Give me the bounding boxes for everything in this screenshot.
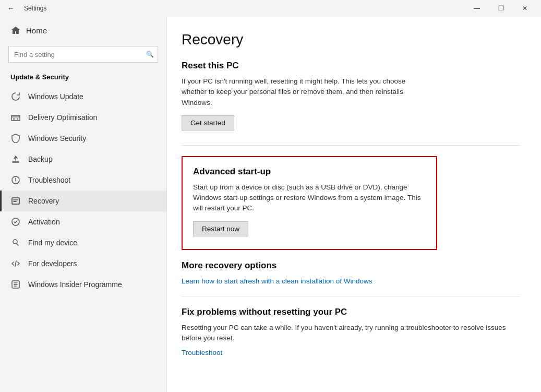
sidebar: Home 🔍 Update & Security Windows Update (0, 17, 167, 392)
sidebar-item-delivery-optimisation[interactable]: Delivery Optimisation (0, 107, 166, 128)
divider-1 (182, 145, 520, 146)
reset-pc-title: Reset this PC (182, 61, 520, 71)
sidebar-item-label: Windows Security (28, 134, 86, 142)
advanced-startup-section: Advanced start-up Start up from a device… (182, 156, 437, 250)
search-input[interactable] (8, 46, 158, 63)
sidebar-item-label: Troubleshoot (28, 176, 70, 184)
svg-rect-2 (17, 118, 18, 120)
restart-now-button[interactable]: Restart now (193, 221, 248, 236)
activation-icon (10, 217, 21, 227)
troubleshoot-link[interactable]: Troubleshoot (182, 349, 222, 357)
more-recovery-section: More recovery options Learn how to start… (182, 260, 520, 286)
sidebar-item-label: For developers (28, 259, 77, 268)
svg-point-5 (15, 182, 16, 183)
developers-icon (10, 258, 21, 269)
sidebar-item-troubleshoot[interactable]: Troubleshoot (0, 170, 166, 191)
backup-icon (10, 154, 21, 164)
sidebar-item-label: Delivery Optimisation (28, 113, 97, 122)
sidebar-item-windows-update[interactable]: Windows Update (0, 86, 166, 107)
home-label: Home (26, 26, 47, 35)
sidebar-item-label: Recovery (28, 197, 59, 205)
sidebar-section-title: Update & Security (0, 69, 166, 86)
delivery-icon (10, 112, 21, 123)
sidebar-item-find-my-device[interactable]: Find my device (0, 232, 166, 253)
find-icon (10, 237, 21, 248)
maximize-button[interactable]: ❐ (489, 0, 513, 17)
sidebar-item-windows-security[interactable]: Windows Security (0, 128, 166, 149)
update-icon (10, 91, 21, 102)
page-title: Recovery (182, 31, 520, 48)
sidebar-item-recovery[interactable]: Recovery (0, 191, 166, 211)
titlebar-controls: — ❐ ✕ (465, 0, 537, 17)
sidebar-item-label: Backup (28, 155, 53, 163)
get-started-button[interactable]: Get started (182, 115, 234, 130)
sidebar-item-activation[interactable]: Activation (0, 211, 166, 232)
content-area: Recovery Reset this PC If your PC isn't … (167, 17, 541, 392)
titlebar: ← Settings — ❐ ✕ (0, 0, 541, 17)
insider-icon (10, 279, 21, 290)
fix-problems-title: Fix problems without resetting your PC (182, 307, 520, 317)
sidebar-item-backup[interactable]: Backup (0, 149, 166, 170)
fix-problems-description: Resetting your PC can take a while. If y… (182, 323, 515, 344)
reset-pc-description: If your PC isn't running well, resetting… (182, 76, 432, 108)
titlebar-left: ← Settings (4, 2, 46, 15)
clean-install-link[interactable]: Learn how to start afresh with a clean i… (182, 277, 372, 285)
app-body: Home 🔍 Update & Security Windows Update (0, 17, 541, 392)
close-button[interactable]: ✕ (513, 0, 537, 17)
divider-2 (182, 296, 520, 296)
sidebar-item-label: Find my device (28, 239, 77, 247)
more-recovery-title: More recovery options (182, 260, 520, 271)
minimize-button[interactable]: — (465, 0, 489, 17)
svg-point-8 (13, 240, 17, 244)
sidebar-item-for-developers[interactable]: For developers (0, 253, 166, 274)
back-button[interactable]: ← (4, 2, 18, 15)
fix-problems-section: Fix problems without resetting your PC R… (182, 307, 520, 358)
app-title: Settings (24, 5, 46, 12)
troubleshoot-icon (10, 175, 21, 185)
reset-pc-section: Reset this PC If your PC isn't running w… (182, 61, 520, 135)
sidebar-item-windows-insider[interactable]: Windows Insider Programme (0, 274, 166, 295)
svg-rect-6 (12, 198, 19, 204)
sidebar-item-label: Activation (28, 218, 60, 226)
advanced-startup-description: Start up from a device or disc (such as … (193, 182, 426, 214)
sidebar-home[interactable]: Home (0, 17, 166, 44)
svg-rect-1 (13, 118, 15, 120)
svg-rect-0 (11, 115, 20, 121)
shield-icon (10, 133, 21, 144)
sidebar-item-label: Windows Update (28, 92, 83, 101)
sidebar-item-label: Windows Insider Programme (28, 280, 122, 289)
search-icon: 🔍 (146, 51, 154, 58)
recovery-icon (10, 196, 21, 206)
advanced-startup-title: Advanced start-up (193, 167, 426, 177)
home-icon (10, 25, 21, 35)
sidebar-search-container: 🔍 (8, 46, 158, 63)
